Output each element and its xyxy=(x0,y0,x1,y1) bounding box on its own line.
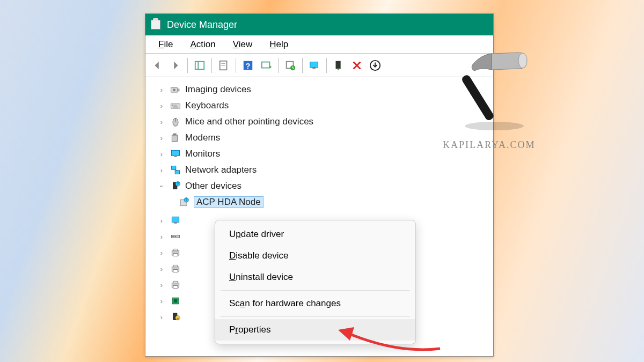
svg-rect-21 xyxy=(173,107,178,108)
svg-rect-57 xyxy=(461,74,495,122)
menubar: File Action View Help xyxy=(145,35,493,54)
ctx-properties[interactable]: Properties xyxy=(215,319,415,341)
tree-item-acp-hda-node[interactable]: ? ACP HDA Node xyxy=(155,194,493,210)
ctx-disable-device[interactable]: Disable device xyxy=(215,245,415,267)
svg-rect-20 xyxy=(175,105,177,106)
svg-rect-37 xyxy=(172,217,179,222)
pc-icon xyxy=(170,215,181,226)
svg-text:?: ? xyxy=(177,182,179,186)
svg-rect-17 xyxy=(171,104,180,108)
enable-button[interactable] xyxy=(330,57,347,74)
watermark-text: KAPILARYA.COM xyxy=(443,139,536,151)
scan-button[interactable] xyxy=(258,57,275,74)
expand-icon[interactable]: › xyxy=(157,150,166,158)
collapse-icon[interactable]: › xyxy=(158,182,166,190)
svg-rect-7 xyxy=(262,62,270,68)
window-title: Device Manager xyxy=(167,19,237,31)
toolbar: ? xyxy=(145,54,493,77)
mouse-icon xyxy=(170,116,181,127)
help-button[interactable]: ? xyxy=(239,57,257,74)
tree-label: Monitors xyxy=(185,149,220,159)
svg-rect-41 xyxy=(174,236,176,237)
svg-rect-47 xyxy=(173,270,178,272)
properties-button[interactable] xyxy=(215,57,232,74)
svg-rect-40 xyxy=(172,236,174,237)
monitor-icon xyxy=(170,149,181,159)
toolbar-separator xyxy=(236,58,236,73)
toolbar-separator xyxy=(326,58,327,73)
svg-rect-50 xyxy=(173,286,178,289)
tree-label: Network adapters xyxy=(185,165,257,175)
context-menu: Update driver Disable device Uninstall d… xyxy=(215,220,416,344)
menu-view[interactable]: View xyxy=(224,37,261,52)
svg-rect-19 xyxy=(174,105,175,106)
other-devices-icon: ? xyxy=(170,181,181,191)
svg-rect-28 xyxy=(172,166,176,170)
svg-rect-46 xyxy=(173,265,178,267)
tree-item-network[interactable]: › Network adapters xyxy=(155,162,493,178)
expand-icon[interactable]: › xyxy=(157,166,166,174)
svg-rect-26 xyxy=(172,150,180,156)
tree-label: Keyboards xyxy=(185,100,229,111)
expand-icon[interactable]: › xyxy=(157,134,166,142)
toolbar-separator xyxy=(302,58,303,73)
ctx-uninstall-device[interactable]: Uninstall device xyxy=(215,267,415,288)
menu-file[interactable]: File xyxy=(150,37,181,52)
toolbar-separator xyxy=(278,58,279,73)
tree-label: Modems xyxy=(185,132,220,143)
menu-action[interactable]: Action xyxy=(181,37,224,52)
tree-label: Imaging devices xyxy=(185,84,251,95)
forward-button[interactable] xyxy=(167,57,184,74)
ctx-separator xyxy=(221,290,410,291)
modem-icon xyxy=(170,132,181,143)
expand-icon[interactable]: › xyxy=(157,265,166,273)
tree-label-selected: ACP HDA Node xyxy=(194,196,264,208)
svg-rect-25 xyxy=(173,134,177,135)
svg-rect-0 xyxy=(195,61,204,69)
svg-rect-43 xyxy=(173,249,178,250)
printer-icon xyxy=(170,247,181,258)
expand-icon[interactable]: › xyxy=(157,118,166,126)
toolbar-separator xyxy=(211,58,212,73)
keyboard-icon xyxy=(170,100,181,111)
svg-rect-10 xyxy=(310,62,318,67)
svg-rect-29 xyxy=(175,171,179,174)
disable-button[interactable] xyxy=(306,57,323,74)
ctx-separator xyxy=(221,316,410,317)
expand-icon[interactable]: › xyxy=(157,297,166,305)
titlebar[interactable]: Device Manager xyxy=(145,14,493,35)
svg-rect-18 xyxy=(172,105,173,106)
svg-rect-11 xyxy=(312,67,316,69)
svg-text:?: ? xyxy=(246,61,251,70)
svg-rect-49 xyxy=(173,281,178,283)
svg-point-58 xyxy=(518,53,527,68)
svg-rect-12 xyxy=(336,61,341,69)
expand-icon[interactable]: › xyxy=(157,217,166,225)
svg-rect-24 xyxy=(172,135,177,142)
expand-icon[interactable]: › xyxy=(157,249,166,257)
watermark: KAPILARYA.COM xyxy=(443,43,536,151)
download-button[interactable] xyxy=(367,57,384,74)
show-hide-tree-button[interactable] xyxy=(191,57,208,74)
ctx-update-driver[interactable]: Update driver xyxy=(215,224,415,245)
expand-icon[interactable]: › xyxy=(157,102,166,110)
tree-label: Other devices xyxy=(185,181,241,191)
expand-icon[interactable]: › xyxy=(157,86,166,94)
svg-point-56 xyxy=(465,122,524,130)
expand-icon[interactable]: › xyxy=(157,313,166,321)
svg-rect-16 xyxy=(177,88,179,91)
menu-help[interactable]: Help xyxy=(261,37,297,52)
tree-item-other-devices[interactable]: › ? Other devices xyxy=(155,178,493,194)
printer-icon xyxy=(170,279,181,290)
expand-icon[interactable]: › xyxy=(157,233,166,241)
camera-icon xyxy=(170,84,181,95)
app-icon xyxy=(151,20,160,29)
expand-icon[interactable]: › xyxy=(157,281,166,289)
uninstall-button[interactable] xyxy=(348,57,365,74)
ctx-scan-hardware[interactable]: Scan for hardware changes xyxy=(215,293,415,314)
tree-label: Mice and other pointing devices xyxy=(185,116,313,127)
back-button[interactable] xyxy=(149,57,166,74)
svg-rect-38 xyxy=(174,222,177,224)
printer-icon xyxy=(170,263,181,274)
update-driver-button[interactable] xyxy=(282,57,299,74)
